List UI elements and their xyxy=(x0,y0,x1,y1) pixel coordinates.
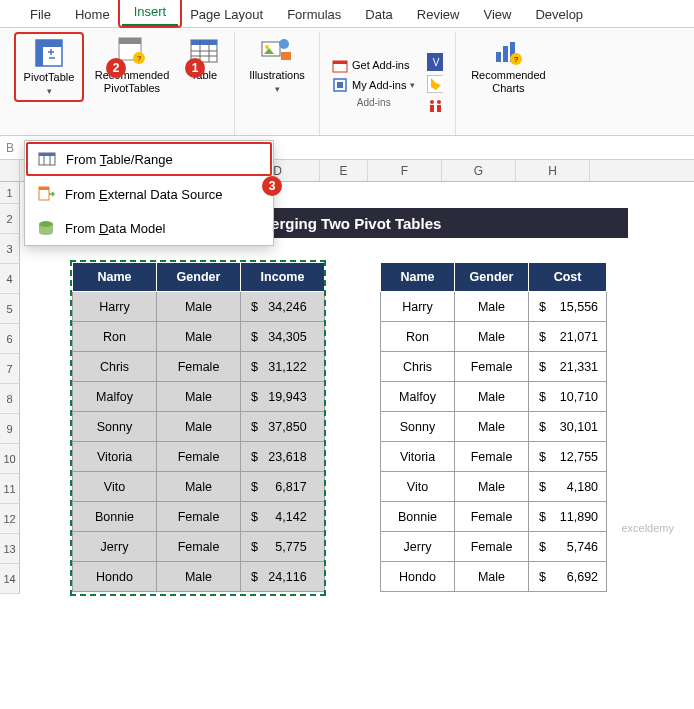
row-header[interactable]: 1 xyxy=(0,182,20,204)
cell-value[interactable]: $ 11,890 xyxy=(529,502,607,532)
table-row[interactable]: MalfoyMale$ 19,943 xyxy=(73,382,325,412)
cell-name[interactable]: Ron xyxy=(73,322,157,352)
cell-value[interactable]: $ 12,755 xyxy=(529,442,607,472)
table-row[interactable]: MalfoyMale$ 10,710 xyxy=(381,382,607,412)
cell-value[interactable]: $ 19,943 xyxy=(241,382,325,412)
row-header[interactable]: 4 xyxy=(0,264,20,294)
cell-name[interactable]: Bonnie xyxy=(73,502,157,532)
cell-gender[interactable]: Male xyxy=(455,382,529,412)
cell-name[interactable]: Vito xyxy=(381,472,455,502)
cell-name[interactable]: Malfoy xyxy=(73,382,157,412)
cell-name[interactable]: Chris xyxy=(73,352,157,382)
cell-gender[interactable]: Female xyxy=(157,532,241,562)
table-row[interactable]: ChrisFemale$ 21,331 xyxy=(381,352,607,382)
cell-gender[interactable]: Female xyxy=(157,352,241,382)
income-table[interactable]: Name Gender Income HarryMale$ 34,246RonM… xyxy=(72,262,325,592)
recommended-charts-button[interactable]: ? Recommended Charts xyxy=(462,32,554,98)
cell-value[interactable]: $ 37,850 xyxy=(241,412,325,442)
col-header[interactable]: F xyxy=(368,160,442,181)
tab-data[interactable]: Data xyxy=(353,2,404,27)
from-external-data-item[interactable]: From External Data Source xyxy=(25,177,273,211)
cell-name[interactable]: Chris xyxy=(381,352,455,382)
cell-name[interactable]: Hondo xyxy=(381,562,455,592)
cell-gender[interactable]: Male xyxy=(455,562,529,592)
col-header[interactable]: H xyxy=(516,160,590,181)
table-row[interactable]: VitoriaFemale$ 12,755 xyxy=(381,442,607,472)
tab-home[interactable]: Home xyxy=(63,2,122,27)
table-row[interactable]: HondoMale$ 24,116 xyxy=(73,562,325,592)
row-header[interactable]: 9 xyxy=(0,414,20,444)
table-row[interactable]: JerryFemale$ 5,746 xyxy=(381,532,607,562)
cell-gender[interactable]: Male xyxy=(455,322,529,352)
cell-gender[interactable]: Male xyxy=(455,412,529,442)
cell-gender[interactable]: Male xyxy=(157,472,241,502)
cell-gender[interactable]: Male xyxy=(157,382,241,412)
col-header[interactable]: G xyxy=(442,160,516,181)
cell-name[interactable]: Vito xyxy=(73,472,157,502)
row-header[interactable]: 8 xyxy=(0,384,20,414)
cell-value[interactable]: $ 21,071 xyxy=(529,322,607,352)
cell-gender[interactable]: Male xyxy=(455,292,529,322)
cell-gender[interactable]: Female xyxy=(455,532,529,562)
cell-value[interactable]: $ 4,142 xyxy=(241,502,325,532)
table-row[interactable]: RonMale$ 34,305 xyxy=(73,322,325,352)
cell-name[interactable]: Harry xyxy=(73,292,157,322)
bing-maps-icon[interactable] xyxy=(427,76,443,92)
tab-review[interactable]: Review xyxy=(405,2,472,27)
row-header[interactable]: 6 xyxy=(0,324,20,354)
cell-name[interactable]: Hondo xyxy=(73,562,157,592)
cell-name[interactable]: Ron xyxy=(381,322,455,352)
cell-gender[interactable]: Male xyxy=(157,322,241,352)
cell-value[interactable]: $ 5,746 xyxy=(529,532,607,562)
table-row[interactable]: HarryMale$ 15,556 xyxy=(381,292,607,322)
table-row[interactable]: HondoMale$ 6,692 xyxy=(381,562,607,592)
cell-gender[interactable]: Male xyxy=(157,562,241,592)
table-row[interactable]: BonnieFemale$ 4,142 xyxy=(73,502,325,532)
recommended-pivottables-button[interactable]: ? Recommended PivotTables xyxy=(86,32,178,102)
cell-gender[interactable]: Male xyxy=(157,412,241,442)
row-header[interactable]: 7 xyxy=(0,354,20,384)
row-header[interactable]: 2 xyxy=(0,204,20,234)
cell-value[interactable]: $ 4,180 xyxy=(529,472,607,502)
cell-value[interactable]: $ 6,692 xyxy=(529,562,607,592)
row-header[interactable]: 3 xyxy=(0,234,20,264)
tab-developer[interactable]: Develop xyxy=(523,2,595,27)
cell-value[interactable]: $ 10,710 xyxy=(529,382,607,412)
table-row[interactable]: ChrisFemale$ 31,122 xyxy=(73,352,325,382)
tab-view[interactable]: View xyxy=(471,2,523,27)
cell-name[interactable]: Harry xyxy=(381,292,455,322)
visio-icon[interactable]: V xyxy=(427,54,443,70)
from-data-model-item[interactable]: From Data Model xyxy=(25,211,273,245)
cell-value[interactable]: $ 15,556 xyxy=(529,292,607,322)
row-header[interactable]: 11 xyxy=(0,474,20,504)
tab-insert[interactable]: Insert xyxy=(122,0,179,27)
cell-value[interactable]: $ 30,101 xyxy=(529,412,607,442)
get-addins-button[interactable]: Get Add-ins xyxy=(332,57,415,73)
table-row[interactable]: VitoriaFemale$ 23,618 xyxy=(73,442,325,472)
row-header[interactable]: 5 xyxy=(0,294,20,324)
cell-name[interactable]: Bonnie xyxy=(381,502,455,532)
cell-value[interactable]: $ 24,116 xyxy=(241,562,325,592)
illustrations-button[interactable]: Illustrations ▾ xyxy=(241,32,313,98)
cell-gender[interactable]: Female xyxy=(455,502,529,532)
cell-value[interactable]: $ 23,618 xyxy=(241,442,325,472)
cell-gender[interactable]: Male xyxy=(157,292,241,322)
row-header[interactable]: 14 xyxy=(0,564,20,594)
cost-table[interactable]: Name Gender Cost HarryMale$ 15,556RonMal… xyxy=(380,262,607,592)
table-row[interactable]: RonMale$ 21,071 xyxy=(381,322,607,352)
select-all-corner[interactable] xyxy=(0,160,20,181)
table-row[interactable]: HarryMale$ 34,246 xyxy=(73,292,325,322)
cell-name[interactable]: Malfoy xyxy=(381,382,455,412)
row-header[interactable]: 13 xyxy=(0,534,20,564)
cell-value[interactable]: $ 34,246 xyxy=(241,292,325,322)
cell-name[interactable]: Vitoria xyxy=(381,442,455,472)
table-row[interactable]: BonnieFemale$ 11,890 xyxy=(381,502,607,532)
cell-name[interactable]: Jerry xyxy=(73,532,157,562)
cell-value[interactable]: $ 21,331 xyxy=(529,352,607,382)
my-addins-button[interactable]: My Add-ins ▾ xyxy=(332,77,415,93)
cell-name[interactable]: Sonny xyxy=(73,412,157,442)
cell-value[interactable]: $ 34,305 xyxy=(241,322,325,352)
row-header[interactable]: 12 xyxy=(0,504,20,534)
tab-file[interactable]: File xyxy=(18,2,63,27)
people-graph-icon[interactable] xyxy=(427,98,443,114)
